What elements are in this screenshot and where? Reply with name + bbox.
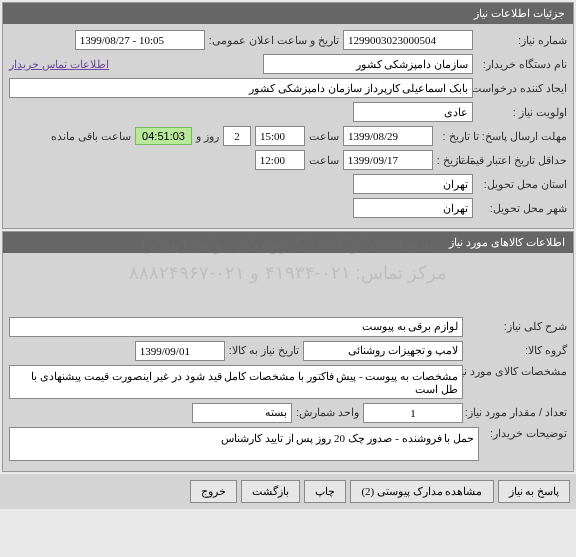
deadline-label: مهلت ارسال پاسخ: تا تاریخ : [437,130,567,143]
delivery-city-label: شهر محل تحویل: [477,202,567,215]
creator-label: ایجاد کننده درخواست: [477,82,567,95]
action-bar: پاسخ به نیاز مشاهده مدارک پیوستی (2) چاپ… [0,474,576,509]
need-by-field[interactable] [135,341,225,361]
org-field[interactable] [263,54,473,74]
goods-info-header: اطلاعات کالاهای مورد نیاز [3,232,573,253]
priority-label: اولویت نیاز : [477,106,567,119]
min-valid-label: حداقل تاریخ اعتبار قیمت: [477,154,567,167]
announce-field[interactable] [75,30,205,50]
unit-label: واحد شمارش: [296,406,359,419]
exit-button[interactable]: خروج [190,480,237,503]
spec-field[interactable] [9,365,463,399]
buyer-notes-label: توضیحات خریدار: [483,427,567,440]
days-field[interactable] [223,126,251,146]
announce-label: تاریخ و ساعت اعلان عمومی: [209,34,339,47]
need-by-label: تاریخ نیاز به کالا: [229,344,299,357]
min-valid-time-field[interactable] [255,150,305,170]
delivery-prov-label: استان محل تحویل: [477,178,567,191]
qty-field[interactable] [363,403,463,423]
goods-info-panel: اطلاعات کالاهای مورد نیاز سامانه تدارکات… [2,231,574,472]
group-label: گروه کالا: [467,344,567,357]
need-no-field[interactable] [343,30,473,50]
min-valid-to-label: تا تاریخ : [437,154,473,167]
delivery-prov-field[interactable] [353,174,473,194]
qty-label: تعداد / مقدار مورد نیاز: [467,406,567,419]
print-button[interactable]: چاپ [304,480,346,503]
buyer-contact-link[interactable]: اطلاعات تماس خریدار [9,58,109,71]
unit-field[interactable] [192,403,292,423]
deadline-date-field[interactable] [343,126,433,146]
days-label: روز و [196,130,219,143]
spec-label: مشخصات کالای مورد نیاز: [467,365,567,378]
org-label: نام دستگاه خریدار: [477,58,567,71]
answer-button[interactable]: پاسخ به نیاز [498,480,571,503]
need-info-header: جزئیات اطلاعات نیاز [3,3,573,24]
priority-field[interactable] [353,102,473,122]
min-valid-time-label: ساعت [309,154,339,167]
creator-field[interactable] [9,78,473,98]
deadline-time-field[interactable] [255,126,305,146]
need-no-label: شماره نیاز: [477,34,567,47]
back-button[interactable]: بازگشت [241,480,300,503]
delivery-city-field[interactable] [353,198,473,218]
deadline-time-label: ساعت [309,130,339,143]
main-desc-label: شرح کلی نیاز: [467,320,567,333]
main-desc-field[interactable] [9,317,463,337]
buyer-notes-field[interactable] [9,427,479,461]
group-field[interactable] [303,341,463,361]
need-info-panel: جزئیات اطلاعات نیاز شماره نیاز: تاریخ و … [2,2,574,229]
remain-label: ساعت باقی مانده [51,130,131,143]
attachments-button[interactable]: مشاهده مدارک پیوستی (2) [350,480,493,503]
min-valid-date-field[interactable] [343,150,433,170]
countdown-timer: 04:51:03 [135,127,192,145]
